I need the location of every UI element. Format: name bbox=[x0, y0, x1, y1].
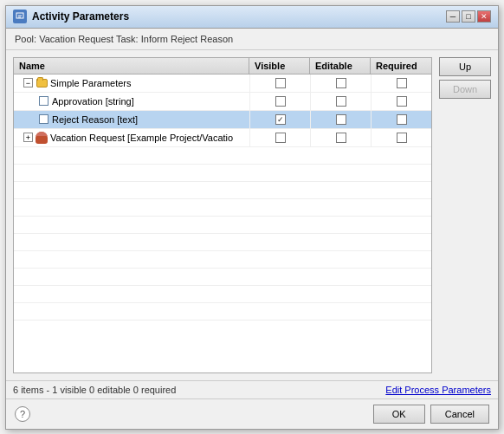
close-button[interactable]: ✕ bbox=[477, 10, 491, 23]
footer-right: OK Cancel bbox=[373, 405, 489, 424]
param-icon bbox=[37, 95, 49, 107]
side-buttons: Up Down bbox=[439, 57, 491, 373]
table-header: Name Visible Editable Required bbox=[14, 58, 431, 74]
status-text: 6 items - 1 visible 0 editable 0 require… bbox=[13, 385, 176, 395]
folder-icon bbox=[36, 77, 48, 89]
footer-left: ? bbox=[15, 405, 30, 424]
subtitle-text: Pool: Vacation Request Task: Inform Reje… bbox=[15, 34, 233, 44]
title-bar: Activity Parameters ─ □ ✕ bbox=[6, 6, 498, 29]
visible-cell bbox=[249, 93, 310, 110]
table-row[interactable]: Reject Reason [text] bbox=[14, 111, 431, 129]
visible-cell bbox=[249, 129, 310, 146]
visible-checkbox[interactable] bbox=[275, 133, 286, 143]
visible-checkbox[interactable] bbox=[275, 114, 286, 125]
table-row bbox=[14, 199, 431, 217]
up-button[interactable]: Up bbox=[439, 57, 491, 76]
parameters-table: Name Visible Editable Required − Simple … bbox=[13, 57, 432, 373]
visible-cell bbox=[249, 74, 310, 92]
editable-cell bbox=[310, 74, 371, 92]
required-cell bbox=[371, 93, 431, 110]
table-row[interactable]: + Vacation Request [Example Project/Vaca… bbox=[14, 129, 431, 147]
status-bar: 6 items - 1 visible 0 editable 0 require… bbox=[6, 380, 498, 398]
activity-parameters-dialog: Activity Parameters ─ □ ✕ Pool: Vacation… bbox=[5, 5, 499, 430]
required-checkbox[interactable] bbox=[397, 133, 407, 143]
required-cell bbox=[371, 111, 431, 128]
table-row bbox=[14, 303, 431, 321]
table-row bbox=[14, 269, 431, 286]
edit-process-params-link[interactable]: Edit Process Parameters bbox=[385, 385, 491, 395]
row-name-cell: − Simple Parameters bbox=[14, 75, 249, 91]
editable-checkbox[interactable] bbox=[336, 78, 346, 88]
help-button[interactable]: ? bbox=[15, 406, 30, 422]
table-row[interactable]: Approvation [string] bbox=[14, 93, 431, 111]
table-row bbox=[14, 234, 431, 251]
maximize-button[interactable]: □ bbox=[462, 10, 475, 23]
row-name-cell: Reject Reason [text] bbox=[14, 112, 249, 127]
table-body: − Simple Parameters bbox=[14, 74, 431, 372]
editable-cell bbox=[310, 129, 371, 146]
title-bar-left: Activity Parameters bbox=[13, 10, 129, 23]
visible-checkbox[interactable] bbox=[275, 78, 286, 88]
table-row bbox=[14, 182, 431, 199]
required-cell bbox=[371, 74, 431, 92]
down-button[interactable]: Down bbox=[439, 80, 491, 99]
row-label: Reject Reason [text] bbox=[52, 114, 138, 125]
cancel-button[interactable]: Cancel bbox=[430, 405, 489, 424]
db-icon bbox=[36, 132, 48, 144]
col-header-editable: Editable bbox=[310, 58, 371, 74]
subtitle-bar: Pool: Vacation Request Task: Inform Reje… bbox=[6, 29, 498, 50]
visible-checkbox[interactable] bbox=[275, 96, 286, 107]
row-name-cell: Approvation [string] bbox=[14, 94, 249, 109]
table-row bbox=[14, 286, 431, 303]
dialog-title: Activity Parameters bbox=[32, 10, 129, 23]
expand-button[interactable]: − bbox=[23, 78, 33, 87]
title-buttons: ─ □ ✕ bbox=[446, 10, 491, 23]
minimize-button[interactable]: ─ bbox=[446, 10, 460, 23]
row-name-cell: + Vacation Request [Example Project/Vaca… bbox=[14, 130, 249, 146]
required-checkbox[interactable] bbox=[397, 114, 407, 125]
table-row bbox=[14, 217, 431, 234]
col-header-name: Name bbox=[14, 58, 249, 74]
row-label: Vacation Request [Example Project/Vacati… bbox=[50, 133, 233, 143]
required-cell bbox=[371, 129, 431, 146]
table-row bbox=[14, 165, 431, 182]
editable-checkbox[interactable] bbox=[336, 96, 346, 107]
visible-cell bbox=[249, 111, 310, 128]
param-icon bbox=[37, 113, 49, 126]
col-header-required: Required bbox=[371, 58, 431, 74]
expand-button[interactable]: + bbox=[23, 133, 33, 142]
content-area: Name Visible Editable Required − Simple … bbox=[6, 50, 498, 380]
editable-checkbox[interactable] bbox=[336, 114, 346, 125]
footer: ? OK Cancel bbox=[6, 398, 498, 429]
editable-cell bbox=[310, 111, 371, 128]
ok-button[interactable]: OK bbox=[373, 405, 425, 424]
required-checkbox[interactable] bbox=[397, 96, 407, 107]
editable-cell bbox=[310, 93, 371, 110]
row-label: Simple Parameters bbox=[50, 78, 132, 88]
table-row[interactable]: − Simple Parameters bbox=[14, 74, 431, 93]
col-header-visible: Visible bbox=[249, 58, 310, 74]
table-row bbox=[14, 147, 431, 165]
editable-checkbox[interactable] bbox=[336, 133, 346, 143]
dialog-icon bbox=[13, 10, 27, 23]
required-checkbox[interactable] bbox=[397, 78, 407, 88]
table-row bbox=[14, 251, 431, 269]
row-label: Approvation [string] bbox=[52, 96, 134, 107]
